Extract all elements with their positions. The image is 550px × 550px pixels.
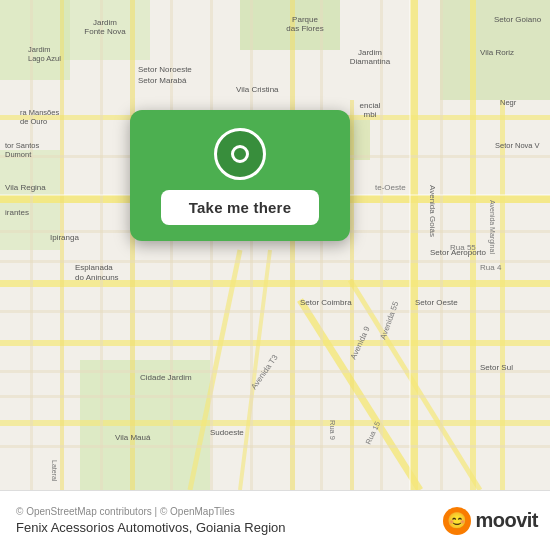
svg-rect-23 xyxy=(350,100,354,490)
svg-rect-38 xyxy=(30,0,33,490)
svg-text:Setor Aeroporto: Setor Aeroporto xyxy=(430,248,487,257)
svg-rect-19 xyxy=(500,100,505,490)
svg-rect-37 xyxy=(100,0,103,490)
svg-text:Cidade Jardim: Cidade Jardim xyxy=(140,373,192,382)
svg-text:Sudoeste: Sudoeste xyxy=(210,428,244,437)
moovit-text: moovit xyxy=(475,509,538,532)
svg-rect-27 xyxy=(0,310,550,313)
svg-rect-11 xyxy=(0,420,550,426)
moovit-icon: 😊 xyxy=(443,507,471,535)
svg-text:Setor Sul: Setor Sul xyxy=(480,363,513,372)
svg-text:Rua 4: Rua 4 xyxy=(480,263,502,272)
svg-text:encial: encial xyxy=(360,101,381,110)
svg-text:Jardim: Jardim xyxy=(28,45,51,54)
svg-text:Avenida Marginal: Avenida Marginal xyxy=(488,200,496,254)
svg-text:Ipiranga: Ipiranga xyxy=(50,233,79,242)
svg-rect-32 xyxy=(210,0,213,490)
svg-text:das Flores: das Flores xyxy=(286,24,323,33)
svg-text:Avenida Goiás: Avenida Goiás xyxy=(428,185,437,237)
svg-text:Jardim: Jardim xyxy=(358,48,382,57)
svg-text:Vila Regina: Vila Regina xyxy=(5,183,46,192)
svg-rect-1 xyxy=(0,0,70,80)
place-name-text: Fenix Acessorios Automotivos, Goiania Re… xyxy=(16,520,286,535)
svg-rect-10 xyxy=(0,340,550,346)
svg-text:Negr: Negr xyxy=(500,98,517,107)
svg-text:Vila Roriz: Vila Roriz xyxy=(480,48,514,57)
svg-text:Setor Marabá: Setor Marabá xyxy=(138,76,187,85)
svg-text:tor Santos: tor Santos xyxy=(5,141,39,150)
bottom-bar: © OpenStreetMap contributors | © OpenMap… xyxy=(0,490,550,550)
svg-rect-34 xyxy=(320,0,323,490)
svg-text:Lateral: Lateral xyxy=(51,460,58,482)
svg-text:mbi: mbi xyxy=(364,110,377,119)
place-info: © OpenStreetMap contributors | © OpenMap… xyxy=(16,506,286,535)
svg-text:Diamantina: Diamantina xyxy=(350,57,391,66)
svg-rect-21 xyxy=(60,0,64,490)
svg-text:Setor Goiano: Setor Goiano xyxy=(494,15,542,24)
take-me-there-button[interactable]: Take me there xyxy=(161,190,319,225)
svg-text:Vila Mauá: Vila Mauá xyxy=(115,433,151,442)
svg-text:Vila Cristina: Vila Cristina xyxy=(236,85,279,94)
svg-rect-20 xyxy=(130,0,135,490)
svg-text:Jardim: Jardim xyxy=(93,18,117,27)
svg-rect-30 xyxy=(0,445,550,448)
svg-text:Dumont: Dumont xyxy=(5,150,32,159)
svg-rect-40 xyxy=(409,0,411,490)
svg-text:irantes: irantes xyxy=(5,208,29,217)
svg-text:do Anincuns: do Anincuns xyxy=(75,273,119,282)
svg-rect-17 xyxy=(410,0,418,490)
svg-text:Setor Oeste: Setor Oeste xyxy=(415,298,458,307)
svg-text:Lago Azul: Lago Azul xyxy=(28,54,61,63)
svg-text:Fonte Nova: Fonte Nova xyxy=(84,27,126,36)
svg-text:ra Mansões: ra Mansões xyxy=(20,108,59,117)
location-pin-icon xyxy=(214,128,266,180)
moovit-logo: 😊 moovit xyxy=(443,507,538,535)
svg-rect-28 xyxy=(0,370,550,373)
map-area[interactable]: Jardim Fonte Nova Parque das Flores Jard… xyxy=(0,0,550,490)
attribution-text: © OpenStreetMap contributors | © OpenMap… xyxy=(16,506,286,517)
svg-rect-36 xyxy=(440,0,443,490)
svg-rect-35 xyxy=(380,0,383,490)
svg-text:Setor Noroeste: Setor Noroeste xyxy=(138,65,192,74)
svg-text:te-Oeste: te-Oeste xyxy=(375,183,406,192)
svg-text:Rua 9: Rua 9 xyxy=(328,420,337,440)
svg-text:Setor Coimbra: Setor Coimbra xyxy=(300,298,352,307)
svg-text:de Ouro: de Ouro xyxy=(20,117,47,126)
moovit-face-icon: 😊 xyxy=(447,511,467,530)
svg-text:Parque: Parque xyxy=(292,15,318,24)
svg-rect-22 xyxy=(290,0,295,490)
svg-text:Setor Nova V: Setor Nova V xyxy=(495,141,540,150)
location-card: Take me there xyxy=(130,110,350,241)
svg-rect-29 xyxy=(0,395,550,398)
svg-rect-33 xyxy=(250,0,253,490)
svg-text:Esplanada: Esplanada xyxy=(75,263,113,272)
location-pin-inner xyxy=(231,145,249,163)
